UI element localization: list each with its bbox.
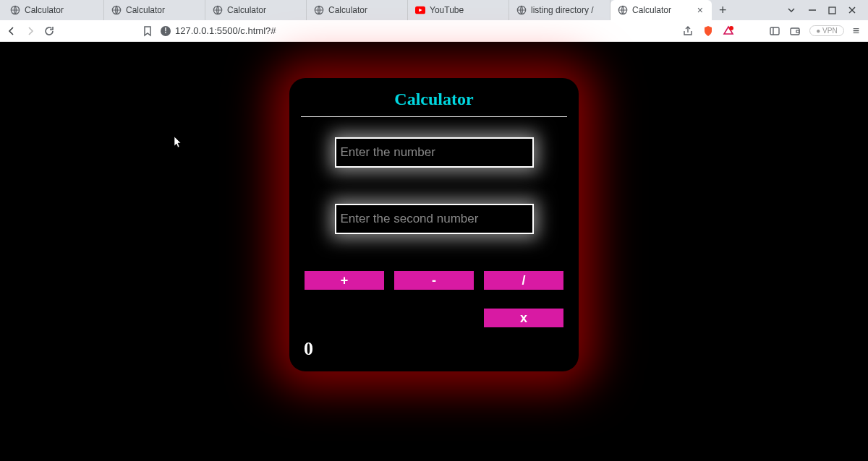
second-number-input[interactable] — [335, 204, 534, 234]
tab-calculator-4[interactable]: Calculator — [307, 0, 408, 20]
result-display: 0 — [301, 338, 567, 360]
close-tab-icon[interactable]: × — [696, 4, 705, 16]
tab-label: YouTube — [430, 5, 464, 15]
globe-icon — [111, 5, 122, 15]
tab-calculator-1[interactable]: Calculator — [3, 0, 104, 20]
back-icon[interactable] — [6, 25, 17, 37]
tab-label: Calculator — [25, 5, 64, 15]
youtube-icon — [415, 5, 425, 15]
tab-calculator-active[interactable]: Calculator × — [610, 0, 712, 20]
close-window-icon[interactable] — [848, 6, 856, 14]
brave-shield-icon[interactable] — [702, 25, 714, 37]
subtract-button[interactable]: - — [393, 270, 475, 290]
bookmark-icon[interactable] — [142, 25, 153, 37]
minimize-icon[interactable] — [808, 6, 817, 14]
svg-rect-7 — [829, 7, 835, 14]
svg-rect-11 — [791, 28, 799, 35]
cursor-pointer-icon — [174, 136, 182, 149]
brave-rewards-icon[interactable] — [723, 25, 734, 37]
calculator-card: Calculator + - / x 0 — [289, 78, 579, 371]
maximize-icon[interactable] — [828, 7, 836, 14]
vpn-badge[interactable]: ● VPN — [809, 25, 843, 36]
tab-label: Calculator — [632, 5, 671, 15]
multiply-button[interactable]: x — [483, 308, 564, 328]
divide-button[interactable]: / — [483, 270, 564, 290]
tab-label: Calculator — [126, 5, 165, 15]
page-viewport: Calculator + - / x 0 — [0, 42, 868, 461]
new-tab-button[interactable]: + — [712, 3, 734, 18]
globe-icon — [10, 5, 20, 15]
tab-label: Calculator — [227, 5, 266, 15]
share-icon[interactable] — [682, 25, 694, 37]
chevron-down-icon[interactable] — [786, 5, 796, 15]
address-bar[interactable]: ! 127.0.0.1:5500/c.html?# — [161, 25, 675, 36]
svg-rect-12 — [796, 30, 799, 33]
wallet-icon[interactable] — [789, 25, 801, 37]
calculator-title: Calculator — [301, 90, 567, 116]
forward-icon[interactable] — [25, 25, 36, 37]
menu-icon[interactable]: ≡ — [853, 25, 859, 38]
globe-icon — [516, 5, 527, 15]
svg-point-8 — [729, 26, 733, 30]
tab-listing-directory[interactable]: listing directory / — [509, 0, 610, 20]
tab-youtube[interactable]: YouTube — [408, 0, 509, 20]
first-number-input[interactable] — [335, 137, 534, 168]
url-text: 127.0.0.1:5500/c.html?# — [175, 25, 276, 36]
browser-chrome: Calculator Calculator Calculator Calcula… — [0, 0, 868, 42]
globe-icon — [618, 5, 628, 15]
svg-rect-9 — [770, 27, 779, 35]
toolbar-right: ● VPN ≡ — [682, 25, 862, 38]
add-button[interactable]: + — [304, 270, 385, 290]
sidebar-icon[interactable] — [769, 25, 780, 37]
globe-icon — [213, 5, 223, 15]
tab-label: Calculator — [328, 5, 367, 15]
toolbar: ! 127.0.0.1:5500/c.html?# ● VPN ≡ — [0, 20, 868, 42]
divider — [301, 116, 567, 117]
site-info-icon[interactable]: ! — [161, 26, 171, 36]
window-controls — [778, 5, 865, 15]
tab-label: listing directory / — [531, 5, 594, 15]
globe-icon — [314, 5, 324, 15]
tab-calculator-3[interactable]: Calculator — [205, 0, 307, 20]
tab-calculator-2[interactable]: Calculator — [104, 0, 205, 20]
tab-strip: Calculator Calculator Calculator Calcula… — [0, 0, 868, 20]
reload-icon[interactable] — [43, 25, 55, 37]
